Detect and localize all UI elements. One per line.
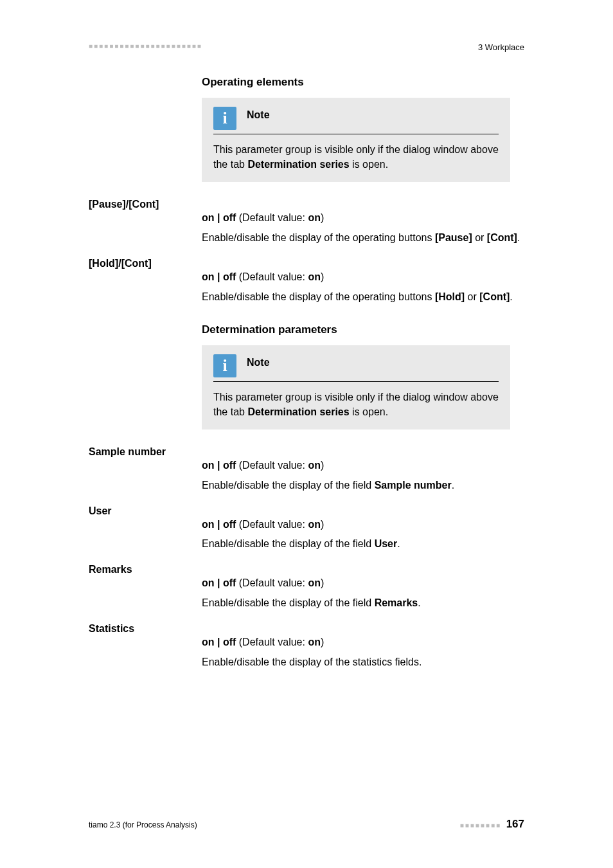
value-mid: (Default value: <box>236 519 308 530</box>
desc-prefix: Enable/disable the display of the field <box>202 480 375 491</box>
desc-b1: User <box>375 538 398 549</box>
param-body: on | off (Default value: on) Enable/disa… <box>202 199 524 246</box>
value-default: on <box>308 637 321 647</box>
value-mid: (Default value: <box>236 577 308 588</box>
value-close: ) <box>321 460 324 471</box>
value-options: on | off <box>202 271 236 282</box>
param-label: [Pause]/[Cont] <box>89 199 202 246</box>
value-mid: (Default value: <box>236 637 308 647</box>
desc-b1: Sample number <box>375 480 452 491</box>
desc-prefix: Enable/disable the display of the operat… <box>202 291 435 302</box>
value-mid: (Default value: <box>236 212 308 223</box>
desc-suffix: . <box>418 597 420 608</box>
value-default: on <box>308 577 321 588</box>
desc-b1: Remarks <box>375 597 418 608</box>
param-pause-cont: [Pause]/[Cont] on | off (Default value: … <box>89 199 524 246</box>
desc-b2: [Cont] <box>487 232 517 243</box>
note-text-suffix: is open. <box>350 406 388 417</box>
operating-elements-title: Operating elements <box>202 76 524 89</box>
desc-suffix: . <box>510 291 512 302</box>
determination-parameters-title: Determination parameters <box>202 323 524 336</box>
footer-right: ■■■■■■■■ 167 <box>460 818 524 831</box>
page-header: ■■■■■■■■■■■■■■■■■■■■■■ 3 Workplace <box>0 0 613 49</box>
param-body: on | off (Default value: on) Enable/disa… <box>202 446 524 494</box>
desc-b1: [Pause] <box>435 232 472 243</box>
note-text-suffix: is open. <box>350 159 388 170</box>
note-title: Note <box>247 354 270 368</box>
content-area: Operating elements i Note This parameter… <box>0 76 613 670</box>
note-header-row: i Note <box>213 354 499 382</box>
page-number: 167 <box>506 818 524 830</box>
info-icon: i <box>213 354 236 377</box>
value-options: on | off <box>202 637 236 647</box>
param-body: on | off (Default value: on) Enable/disa… <box>202 505 524 553</box>
param-label: Statistics <box>89 623 202 671</box>
desc-suffix: . <box>397 538 400 549</box>
value-options: on | off <box>202 460 236 471</box>
value-options: on | off <box>202 577 236 588</box>
desc-prefix: Enable/disable the display of the operat… <box>202 232 435 243</box>
value-mid: (Default value: <box>236 271 308 282</box>
param-label: User <box>89 505 202 553</box>
note-body: This parameter group is visible only if … <box>213 142 499 172</box>
desc-prefix: Enable/disable the display of the field <box>202 538 375 549</box>
param-label: Remarks <box>89 564 202 611</box>
value-close: ) <box>321 271 324 282</box>
value-default: on <box>308 212 321 223</box>
desc-full: Enable/disable the display of the statis… <box>202 656 422 667</box>
value-close: ) <box>321 519 324 530</box>
note-text-bold: Determination series <box>247 159 349 170</box>
note-title: Note <box>247 107 270 121</box>
param-sample-number: Sample number on | off (Default value: o… <box>89 446 524 494</box>
operating-elements-note: i Note This parameter group is visible o… <box>202 98 510 182</box>
desc-mid: or <box>472 232 487 243</box>
value-mid: (Default value: <box>236 460 308 471</box>
header-decoration: ■■■■■■■■■■■■■■■■■■■■■■ <box>89 42 202 50</box>
param-remarks: Remarks on | off (Default value: on) Ena… <box>89 564 524 611</box>
footer-product: tiamo 2.3 (for Process Analysis) <box>89 820 197 829</box>
desc-b2: [Cont] <box>479 291 510 302</box>
determination-parameters-note: i Note This parameter group is visible o… <box>202 345 510 429</box>
param-label: [Hold]/[Cont] <box>89 258 202 305</box>
page: ■■■■■■■■■■■■■■■■■■■■■■ 3 Workplace Opera… <box>0 0 613 868</box>
param-body: on | off (Default value: on) Enable/disa… <box>202 564 524 611</box>
value-default: on <box>308 460 321 471</box>
param-hold-cont: [Hold]/[Cont] on | off (Default value: o… <box>89 258 524 305</box>
param-body: on | off (Default value: on) Enable/disa… <box>202 258 524 305</box>
footer-decoration: ■■■■■■■■ <box>460 822 501 829</box>
desc-suffix: . <box>452 480 454 491</box>
param-statistics: Statistics on | off (Default value: on) … <box>89 623 524 671</box>
desc-b1: [Hold] <box>435 291 465 302</box>
param-label: Sample number <box>89 446 202 494</box>
value-options: on | off <box>202 212 236 223</box>
desc-suffix: . <box>517 232 520 243</box>
value-options: on | off <box>202 519 236 530</box>
note-body: This parameter group is visible only if … <box>213 390 499 419</box>
value-close: ) <box>321 577 324 588</box>
value-close: ) <box>321 212 324 223</box>
page-footer: tiamo 2.3 (for Process Analysis) ■■■■■■■… <box>89 818 524 831</box>
info-icon: i <box>213 107 236 130</box>
header-section-label: 3 Workplace <box>478 42 524 52</box>
desc-prefix: Enable/disable the display of the field <box>202 597 375 608</box>
value-default: on <box>308 271 321 282</box>
desc-mid: or <box>465 291 479 302</box>
value-default: on <box>308 519 321 530</box>
param-body: on | off (Default value: on) Enable/disa… <box>202 623 524 671</box>
param-user: User on | off (Default value: on) Enable… <box>89 505 524 553</box>
note-text-bold: Determination series <box>247 406 349 417</box>
note-header-row: i Note <box>213 107 499 134</box>
value-close: ) <box>321 637 324 647</box>
